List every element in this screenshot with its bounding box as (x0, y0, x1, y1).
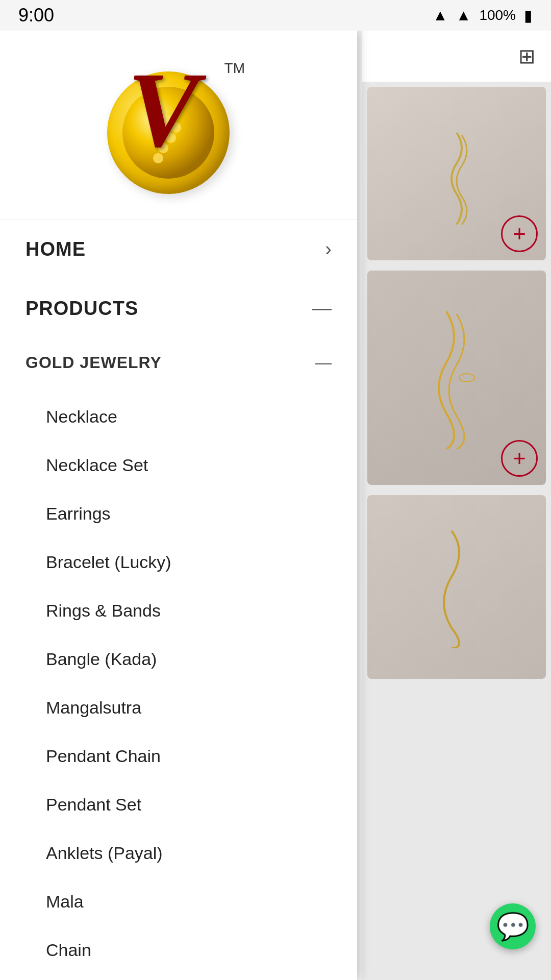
category-chain[interactable]: Chain (46, 926, 311, 974)
logo-section: TM (0, 31, 357, 220)
category-pendant-set[interactable]: Pendant Set (46, 780, 311, 829)
chain-image-1 (406, 122, 508, 225)
logo-v: V (128, 56, 199, 163)
grid-header: ⊞ (362, 31, 551, 82)
logo-tm: TM (224, 60, 245, 77)
add-to-cart-2[interactable]: + (501, 440, 538, 477)
battery-icon: ▮ (524, 7, 533, 24)
nav-products[interactable]: PRODUCTS — (0, 279, 357, 338)
category-bangle[interactable]: Bangle (Kada) (46, 635, 311, 683)
add-to-cart-1[interactable]: + (501, 215, 538, 252)
product-card-1: + (367, 87, 546, 260)
chain-image-2 (406, 306, 508, 449)
product-background: ⊞ + + (362, 31, 551, 980)
products-submenu: GOLD JEWELRY — Necklace Necklace Set Ear… (0, 338, 357, 980)
category-pendants[interactable]: Pendants (46, 974, 311, 980)
plus-icon-1: + (513, 223, 526, 245)
product-card-3 (367, 495, 546, 679)
category-necklace-set[interactable]: Necklace Set (46, 441, 311, 489)
category-pendant-chain[interactable]: Pendant Chain (46, 732, 311, 780)
category-mangalsutra[interactable]: Mangalsutra (46, 683, 311, 732)
category-list: Necklace Necklace Set Earrings Bracelet … (26, 387, 332, 980)
category-bracelet[interactable]: Bracelet (Lucky) (46, 538, 311, 586)
grid-view-icon[interactable]: ⊞ (518, 44, 536, 68)
category-necklace[interactable]: Necklace (46, 393, 311, 441)
chain-image-3 (406, 526, 508, 648)
whatsapp-button[interactable]: 💬 (490, 903, 536, 949)
svg-point-0 (459, 374, 474, 382)
whatsapp-icon: 💬 (496, 911, 530, 942)
minus-icon-gold: — (315, 353, 332, 372)
nav-home[interactable]: HOME › (0, 220, 357, 279)
gold-jewelry-section[interactable]: GOLD JEWELRY — (26, 338, 332, 387)
status-icons: ▲ ▲ 100% ▮ (433, 7, 533, 24)
category-rings-bands[interactable]: Rings & Bands (46, 586, 311, 635)
signal-icon: ▲ (456, 7, 471, 24)
product-card-2: + (367, 271, 546, 485)
chevron-right-icon: › (325, 238, 332, 260)
nav-home-label: HOME (26, 238, 86, 260)
plus-icon-2: + (513, 447, 526, 470)
nav-products-label: PRODUCTS (26, 298, 138, 320)
status-time: 9:00 (18, 5, 54, 26)
category-anklets[interactable]: Anklets (Payal) (46, 829, 311, 877)
wifi-icon: ▲ (433, 7, 448, 24)
battery-label: 100% (479, 7, 516, 23)
gold-jewelry-label: GOLD JEWELRY (26, 353, 162, 372)
category-mala[interactable]: Mala (46, 877, 311, 926)
category-earrings[interactable]: Earrings (46, 489, 311, 538)
status-bar: 9:00 ▲ ▲ 100% ▮ (0, 0, 551, 31)
navigation-drawer: TM (0, 31, 357, 980)
logo-container: TM (102, 51, 255, 204)
minus-icon-products: — (312, 298, 332, 320)
